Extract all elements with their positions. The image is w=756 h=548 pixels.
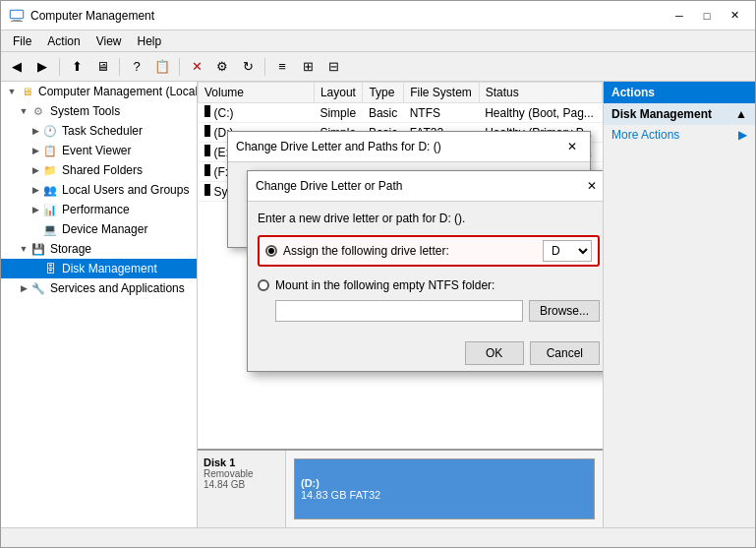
disk-icon: 🗄: [42, 261, 58, 276]
tree-shared-label: Shared Folders: [62, 163, 143, 177]
menu-file[interactable]: File: [5, 32, 39, 50]
menu-help[interactable]: Help: [130, 32, 170, 50]
tree-users-expand[interactable]: ▶: [29, 183, 42, 197]
tree-disk-expand: [29, 262, 42, 275]
tree-services-label: Services and Applications: [50, 281, 185, 295]
dialog-fg-cancel-button[interactable]: Cancel: [530, 341, 600, 365]
tree-event-expand[interactable]: ▶: [29, 144, 42, 157]
dialog-fg-ok-button[interactable]: OK: [465, 341, 524, 365]
view-toggle-2[interactable]: ⊞: [296, 55, 320, 79]
tree-users-label: Local Users and Groups: [62, 183, 189, 197]
more-actions-label: More Actions: [611, 128, 679, 142]
tree-event-viewer[interactable]: ▶ 📋 Event Viewer: [1, 141, 197, 160]
dialog-fg-title: Change Drive Letter or Path: [256, 179, 402, 193]
more-actions-button[interactable]: More Actions ▶: [604, 125, 755, 145]
tree-disk-management[interactable]: 🗄 Disk Management: [1, 259, 197, 278]
tree-services-expand[interactable]: ▶: [17, 281, 30, 295]
menu-action[interactable]: Action: [39, 32, 87, 50]
tree-storage-label: Storage: [50, 242, 91, 256]
close-button[interactable]: ✕: [722, 6, 747, 26]
refresh-button[interactable]: ↻: [236, 55, 260, 79]
tree-shared-expand[interactable]: ▶: [29, 163, 42, 177]
tree-task-expand[interactable]: ▶: [29, 124, 42, 138]
tree-services[interactable]: ▶ 🔧 Services and Applications: [1, 278, 197, 298]
dialog-fg-body: Enter a new drive letter or path for D: …: [248, 202, 603, 335]
show-hide-button[interactable]: 🖥: [90, 55, 114, 79]
folder-icon: 📁: [42, 162, 58, 178]
disk-management-section-header: Disk Management ▲: [604, 103, 755, 125]
tree-event-label: Event Viewer: [62, 144, 131, 157]
toolbar-sep-4: [264, 58, 265, 76]
tree-root[interactable]: ▼ 🖥 Computer Management (Local: [1, 82, 197, 101]
main-window: Computer Management ─ □ ✕ File Action Vi…: [0, 0, 756, 548]
maximize-button[interactable]: □: [694, 6, 720, 26]
app-icon: [9, 8, 25, 24]
tree-storage[interactable]: ▼ 💾 Storage: [1, 239, 197, 259]
log-icon: 📋: [42, 143, 58, 158]
delete-button[interactable]: ✕: [185, 55, 208, 79]
menu-bar: File Action View Help: [1, 30, 755, 52]
svg-rect-3: [11, 11, 23, 18]
device-icon: 💻: [42, 221, 58, 237]
window-title: Computer Management: [30, 9, 154, 23]
tree-root-expand[interactable]: ▼: [5, 85, 19, 98]
toolbar-sep-1: [59, 58, 60, 76]
assign-drive-radio[interactable]: [265, 245, 277, 257]
minimize-button[interactable]: ─: [667, 6, 692, 26]
tree-system-tools[interactable]: ▼ ⚙ System Tools: [1, 101, 197, 121]
toolbar: ◀ ▶ ⬆ 🖥 ? 📋 ✕ ⚙ ↻ ≡ ⊞ ⊟: [1, 52, 755, 82]
tree-device-manager[interactable]: 💻 Device Manager: [1, 219, 197, 239]
back-button[interactable]: ◀: [5, 55, 29, 79]
menu-view[interactable]: View: [88, 32, 130, 50]
main-content: ▼ 🖥 Computer Management (Local ▼ ⚙ Syste…: [1, 82, 755, 527]
tree-storage-expand[interactable]: ▼: [17, 242, 30, 256]
assign-drive-letter-option[interactable]: Assign the following drive letter: D E F…: [258, 235, 600, 267]
export-button[interactable]: 📋: [150, 55, 174, 79]
up-button[interactable]: ⬆: [65, 55, 88, 79]
view-toggle-1[interactable]: ≡: [270, 55, 294, 79]
tree-device-label: Device Manager: [62, 222, 147, 236]
service-icon: 🔧: [30, 280, 46, 296]
browse-button[interactable]: Browse...: [529, 300, 600, 322]
clock-icon: 🕐: [42, 123, 58, 139]
toolbar-sep-2: [119, 58, 120, 76]
tree-task-label: Task Scheduler: [62, 124, 143, 138]
view-toggle-3[interactable]: ⊟: [321, 55, 345, 79]
more-actions-arrow: ▶: [738, 128, 747, 142]
gear-icon: ⚙: [30, 103, 46, 119]
tree-shared-folders[interactable]: ▶ 📁 Shared Folders: [1, 160, 197, 180]
toolbar-sep-3: [179, 58, 180, 76]
computer-icon: 🖥: [19, 84, 34, 99]
status-bar: [1, 527, 755, 547]
dialog-bg-title: Change Drive Letter and Paths for D: (): [236, 140, 441, 153]
mount-path-row: Browse...: [258, 296, 600, 326]
help-button[interactable]: ?: [125, 55, 148, 79]
center-panel: Volume Layout Type File System Status (C…: [198, 82, 603, 527]
title-bar: Computer Management ─ □ ✕: [1, 1, 755, 30]
tree-performance[interactable]: ▶ 📊 Performance: [1, 200, 197, 219]
mount-ntfs-radio[interactable]: [258, 279, 269, 291]
users-icon: 👥: [42, 182, 58, 198]
chart-icon: 📊: [42, 202, 58, 217]
actions-header: Actions: [604, 82, 755, 103]
tree-perf-expand[interactable]: ▶: [29, 203, 42, 216]
dialog-bg-close-button[interactable]: ✕: [562, 138, 582, 155]
dialog-fg-close-button[interactable]: ✕: [582, 177, 602, 195]
drive-letter-select[interactable]: D E F G: [543, 240, 592, 262]
tree-disk-label: Disk Management: [62, 262, 157, 275]
mount-ntfs-option[interactable]: Mount in the following empty NTFS folder…: [258, 274, 600, 296]
mount-path-input[interactable]: [275, 300, 523, 322]
disk-management-section-label: Disk Management: [611, 107, 712, 121]
sidebar: ▼ 🖥 Computer Management (Local ▼ ⚙ Syste…: [1, 82, 198, 527]
forward-button[interactable]: ▶: [30, 55, 54, 79]
tree-system-expand[interactable]: ▼: [17, 104, 30, 118]
tree-task-scheduler[interactable]: ▶ 🕐 Task Scheduler: [1, 121, 197, 141]
dialog-overlay: Change Drive Letter and Paths for D: () …: [198, 82, 603, 527]
section-collapse-icon[interactable]: ▲: [735, 107, 747, 121]
tree-root-label: Computer Management (Local: [38, 85, 198, 98]
storage-icon: 💾: [30, 241, 46, 257]
properties-button[interactable]: ⚙: [210, 55, 234, 79]
dialog-fg-footer: OK Cancel: [248, 335, 603, 371]
tree-local-users[interactable]: ▶ 👥 Local Users and Groups: [1, 180, 197, 200]
dialog-change-drive-letter-path: Change Drive Letter or Path ✕ Enter a ne…: [247, 170, 603, 372]
